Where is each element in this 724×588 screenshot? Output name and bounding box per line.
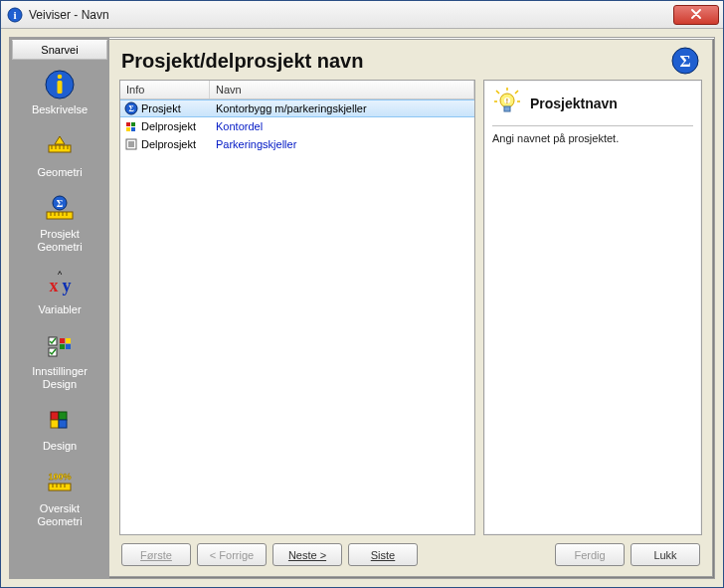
table-row[interactable]: Σ Prosjekt Kontorbygg m/parkeringskjelle… bbox=[120, 99, 474, 117]
sidebar-item-label: Design bbox=[43, 440, 77, 453]
titlebar: i Veiviser - Navn bbox=[1, 1, 723, 29]
content-header: Prosjekt/delprosjekt navn Σ bbox=[119, 46, 702, 76]
button-row: Første < Forrige Neste > Siste Ferdig Lu… bbox=[119, 535, 702, 568]
svg-rect-30 bbox=[51, 420, 59, 428]
svg-text:y: y bbox=[63, 276, 72, 295]
lightbulb-icon: ! bbox=[492, 87, 522, 119]
subproject-mini-icon bbox=[124, 119, 138, 133]
list-body: Σ Prosjekt Kontorbygg m/parkeringskjelle… bbox=[120, 99, 474, 534]
sidebar-item-oversikt-geometri[interactable]: 100% Oversikt Geometri bbox=[10, 461, 109, 535]
hint-body: Angi navnet på prosjektet. bbox=[492, 132, 693, 144]
window: i Veiviser - Navn Snarvei Beskrivelse bbox=[0, 0, 724, 588]
app-icon: i bbox=[7, 7, 23, 23]
svg-rect-45 bbox=[131, 127, 135, 131]
sidebar-header: Snarvei bbox=[12, 40, 107, 60]
svg-text:Σ: Σ bbox=[679, 52, 690, 71]
next-button[interactable]: Neste > bbox=[272, 543, 342, 566]
sidebar-item-prosjekt-geometri[interactable]: Σ Prosjekt Geometri bbox=[10, 186, 109, 261]
svg-text:Σ: Σ bbox=[57, 198, 64, 209]
sidebar-item-label: Oversikt Geometri bbox=[37, 502, 82, 527]
finish-button[interactable]: Ferdig bbox=[555, 543, 625, 566]
xy-icon: xy^ bbox=[43, 268, 77, 301]
svg-text:i: i bbox=[13, 9, 16, 21]
previous-button[interactable]: < Forrige bbox=[197, 543, 267, 566]
sidebar-item-innstillinger-design[interactable]: Innstillinger Design bbox=[10, 323, 109, 398]
sidebar-item-beskrivelse[interactable]: Beskrivelse bbox=[10, 62, 109, 124]
column-header-navn[interactable]: Navn bbox=[210, 81, 474, 98]
cell-navn: Kontorbygg m/parkeringskjeller bbox=[210, 102, 474, 114]
last-button[interactable]: Siste bbox=[348, 543, 418, 566]
content-area: Prosjekt/delprosjekt navn Σ Info Navn bbox=[109, 40, 712, 576]
sigma-icon: Σ bbox=[670, 46, 700, 76]
sidebar: Snarvei Beskrivelse Geometri Σ bbox=[10, 38, 109, 578]
list-header: Info Navn bbox=[120, 81, 474, 99]
client-area: Snarvei Beskrivelse Geometri Σ bbox=[1, 29, 723, 587]
project-list: Info Navn Σ Prosjekt bbox=[119, 80, 475, 535]
sidebar-item-label: Geometri bbox=[37, 166, 82, 179]
sidebar-item-variabler[interactable]: xy^ Variabler bbox=[10, 262, 109, 324]
window-title: Veiviser - Navn bbox=[29, 8, 109, 22]
ruler-100-icon: 100% bbox=[43, 467, 77, 500]
svg-rect-31 bbox=[59, 420, 67, 428]
svg-rect-4 bbox=[58, 81, 63, 94]
main-panel: Snarvei Beskrivelse Geometri Σ bbox=[9, 37, 715, 579]
column-header-info[interactable]: Info bbox=[120, 81, 210, 98]
panels: Info Navn Σ Prosjekt bbox=[119, 80, 702, 535]
svg-text:Σ: Σ bbox=[128, 104, 133, 113]
sidebar-item-label: Prosjekt Geometri bbox=[37, 228, 82, 253]
hint-title: Prosjektnavn bbox=[530, 96, 618, 111]
first-button[interactable]: Første bbox=[121, 543, 191, 566]
subproject-list-mini-icon bbox=[124, 137, 138, 151]
ruler-sigma-icon: Σ bbox=[43, 192, 77, 226]
svg-text:!: ! bbox=[506, 98, 508, 104]
svg-rect-29 bbox=[59, 412, 67, 420]
table-row[interactable]: Delprosjekt Kontordel bbox=[120, 117, 474, 135]
svg-rect-44 bbox=[126, 127, 130, 131]
close-icon bbox=[691, 8, 701, 22]
cube-icon bbox=[43, 404, 77, 438]
sidebar-item-geometri[interactable]: Geometri bbox=[10, 124, 109, 187]
svg-rect-26 bbox=[60, 344, 65, 349]
sidebar-item-design[interactable]: Design bbox=[10, 398, 109, 461]
svg-rect-42 bbox=[126, 122, 130, 126]
svg-rect-43 bbox=[131, 122, 135, 126]
sidebar-item-label: Innstillinger Design bbox=[32, 365, 88, 390]
svg-rect-51 bbox=[504, 106, 510, 111]
table-row[interactable]: Delprosjekt Parkeringskjeller bbox=[120, 135, 474, 153]
svg-rect-24 bbox=[60, 338, 65, 343]
page-title: Prosjekt/delprosjekt navn bbox=[121, 50, 363, 73]
svg-point-3 bbox=[58, 75, 63, 80]
svg-rect-27 bbox=[66, 344, 71, 349]
svg-text:100%: 100% bbox=[48, 472, 71, 482]
svg-rect-33 bbox=[49, 484, 71, 490]
svg-rect-25 bbox=[66, 338, 71, 343]
hint-panel: ! Prosjektnavn Angi navnet på prosjektet… bbox=[483, 80, 702, 535]
window-close-button[interactable] bbox=[673, 5, 719, 25]
svg-rect-28 bbox=[51, 412, 59, 420]
sigma-mini-icon: Σ bbox=[124, 101, 138, 115]
ruler-icon bbox=[43, 130, 77, 164]
checklist-icon bbox=[43, 329, 77, 363]
cell-info: Delprosjekt bbox=[141, 138, 196, 150]
sidebar-item-label: Beskrivelse bbox=[32, 103, 88, 116]
sidebar-item-label: Variabler bbox=[38, 303, 81, 316]
info-icon bbox=[43, 68, 77, 101]
cell-info: Prosjekt bbox=[141, 102, 181, 114]
close-button[interactable]: Lukk bbox=[631, 543, 700, 566]
cell-navn: Kontordel bbox=[210, 120, 474, 132]
cell-navn: Parkeringskjeller bbox=[210, 138, 474, 150]
cell-info: Delprosjekt bbox=[141, 120, 196, 132]
